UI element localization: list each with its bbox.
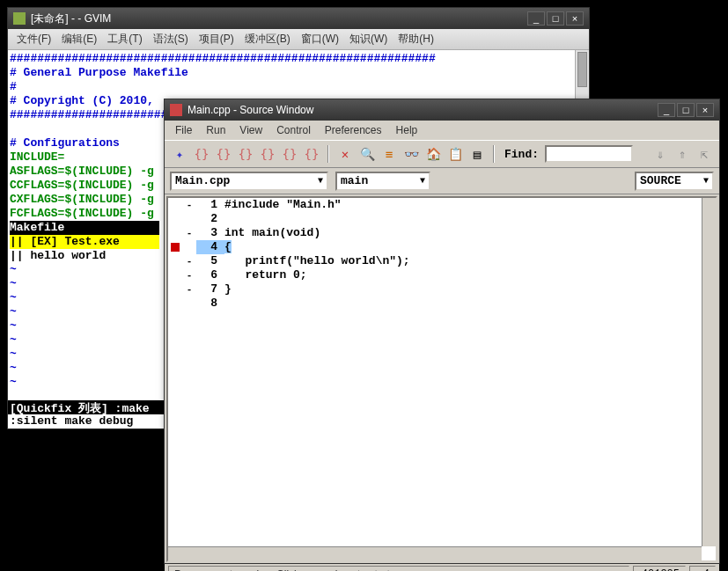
status-addr: 401325 (633, 566, 686, 571)
code-line: # General Purpose Makefile (10, 66, 587, 80)
file-selector[interactable]: Main.cpp▼ (170, 172, 328, 191)
code-line[interactable]: 8 (168, 296, 716, 311)
code-line: FCFLAGS=$(INCLUDE) -g (10, 207, 154, 220)
menu-view[interactable]: View (232, 124, 269, 136)
code-line[interactable]: -3int main(void) (168, 226, 716, 240)
src-selectors: Main.cpp▼ main▼ SOURCE▼ (165, 168, 719, 194)
find-label: Find: (504, 148, 539, 161)
src-titlebar[interactable]: Main.cpp - Source Window _ □ × (165, 99, 719, 121)
status-message: Program not running. Click on run icon t… (168, 566, 629, 571)
close-button[interactable]: × (566, 11, 584, 26)
menu-window[interactable]: 窗口(W) (296, 32, 344, 47)
menu-file[interactable]: File (168, 124, 199, 136)
status-line: 4 (689, 566, 716, 571)
code-line: # (10, 80, 587, 94)
src-code-area[interactable]: -1#include "Main.h"2-3int main(void)4{-5… (166, 196, 717, 562)
menu-tools[interactable]: 工具(T) (102, 32, 147, 47)
mode-selector[interactable]: SOURCE▼ (635, 172, 714, 191)
code-line: ########################################… (10, 52, 587, 66)
down-icon[interactable]: ⇓ (651, 144, 670, 164)
menu-help[interactable]: Help (389, 124, 425, 136)
menu-buffer[interactable]: 缓冲区(B) (239, 32, 296, 47)
gvim-app-icon (13, 12, 26, 25)
menu-file[interactable]: 文件(F) (11, 32, 56, 47)
src-scrollbar-h[interactable] (168, 546, 702, 560)
code-line[interactable]: -7} (168, 282, 716, 296)
console-icon[interactable]: ▤ (467, 144, 487, 164)
gvim-title: [未命名] - - GVIM (31, 11, 111, 26)
code-line[interactable]: -5 printf("hello world\n"); (168, 254, 716, 268)
menu-edit[interactable]: 编辑(E) (56, 32, 102, 47)
menu-control[interactable]: Control (269, 124, 318, 136)
next-asm-icon[interactable]: {} (302, 144, 321, 164)
step-icon[interactable]: {} (192, 144, 211, 164)
code-line[interactable]: 2 (168, 212, 716, 226)
close-button[interactable]: × (696, 103, 714, 117)
code-line[interactable]: -6 return 0; (168, 268, 716, 282)
memory-icon[interactable]: 🔍 (357, 144, 377, 164)
maximize-button[interactable]: □ (677, 103, 695, 117)
code-line: ASFLAGS=$(INCLUDE) -g (10, 165, 154, 178)
source-window: Main.cpp - Source Window _ □ × File Run … (164, 99, 720, 564)
menu-syntax[interactable]: 语法(S) (148, 32, 194, 47)
finish-icon[interactable]: {} (236, 144, 255, 164)
menu-help[interactable]: 帮助(H) (393, 32, 439, 47)
locals-icon[interactable]: 🏠 (423, 144, 443, 164)
up-icon[interactable]: ⇑ (673, 144, 692, 164)
minimize-button[interactable]: _ (527, 11, 545, 26)
menu-run[interactable]: Run (199, 124, 232, 136)
continue-icon[interactable]: {} (258, 144, 277, 164)
stack-icon[interactable]: ≡ (379, 144, 399, 164)
home-icon[interactable]: ⇱ (695, 144, 714, 164)
code-line: CCFLAGS=$(INCLUDE) -g (10, 179, 154, 192)
maximize-button[interactable]: □ (547, 11, 564, 26)
register-icon[interactable]: ✕ (335, 144, 355, 164)
src-menubar: File Run View Control Preferences Help (165, 121, 719, 140)
code-line[interactable]: 4{ (168, 240, 716, 254)
src-title: Main.cpp - Source Window (188, 104, 313, 116)
function-selector[interactable]: main▼ (335, 172, 430, 191)
next-icon[interactable]: {} (214, 144, 233, 164)
gvim-titlebar[interactable]: [未命名] - - GVIM _ □ × (8, 8, 589, 29)
minimize-button[interactable]: _ (658, 103, 675, 117)
code-line[interactable]: -1#include "Main.h" (168, 198, 716, 212)
find-input[interactable] (545, 145, 633, 163)
run-icon[interactable]: ✦ (170, 144, 189, 164)
quickfix-line[interactable]: || [EX] Test.exe (10, 235, 159, 249)
step-asm-icon[interactable]: {} (280, 144, 299, 164)
menu-preferences[interactable]: Preferences (318, 124, 389, 136)
gvim-menubar: 文件(F) 编辑(E) 工具(T) 语法(S) 项目(P) 缓冲区(B) 窗口(… (8, 29, 589, 50)
breakpoint-icon[interactable] (171, 243, 180, 252)
menu-knowledge[interactable]: 知识(W) (344, 32, 393, 47)
src-toolbar: ✦ {} {} {} {} {} {} ✕ 🔍 ≡ 👓 🏠 📋 ▤ Find: … (165, 140, 719, 168)
quickfix-line[interactable]: || hello world (10, 249, 106, 262)
quickfix-line[interactable]: Makefile (10, 221, 159, 235)
watch-icon[interactable]: 👓 (401, 144, 421, 164)
src-scrollbar-v[interactable] (702, 198, 716, 546)
breakpoints-icon[interactable]: 📋 (445, 144, 465, 164)
menu-project[interactable]: 项目(P) (194, 32, 239, 47)
code-line: INCLUDE= (10, 150, 64, 164)
code-line: CXFLAGS=$(INCLUDE) -g (10, 193, 154, 206)
src-statusbar: Program not running. Click on run icon t… (165, 564, 719, 571)
src-app-icon (170, 104, 182, 116)
